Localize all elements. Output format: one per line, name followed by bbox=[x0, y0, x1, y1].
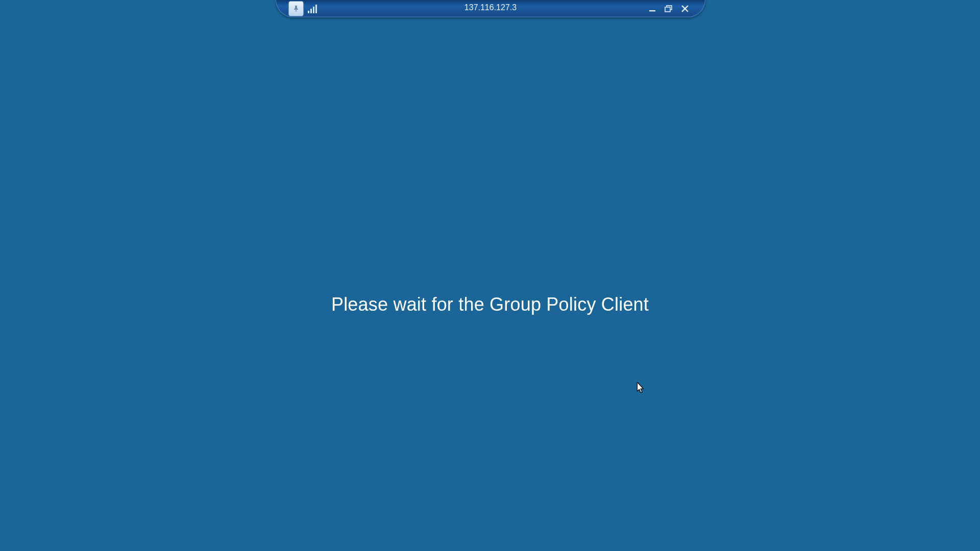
rdp-connection-bar: 137.116.127.3 bbox=[276, 0, 704, 19]
close-icon bbox=[681, 5, 689, 12]
restore-button[interactable] bbox=[664, 4, 673, 13]
pin-button[interactable] bbox=[288, 1, 304, 16]
restore-icon bbox=[665, 5, 673, 12]
rdp-bar-left-group bbox=[276, 1, 317, 16]
rdp-connection-bar-inner: 137.116.127.3 bbox=[276, 0, 705, 17]
pin-icon bbox=[292, 5, 300, 12]
minimize-icon bbox=[649, 5, 656, 12]
close-button[interactable] bbox=[680, 4, 690, 13]
signal-strength-icon[interactable] bbox=[308, 4, 317, 13]
svg-rect-0 bbox=[649, 10, 655, 11]
mouse-cursor bbox=[636, 382, 646, 394]
remote-desktop-screen: 137.116.127.3 bbox=[0, 0, 980, 551]
rdp-bar-right-group bbox=[648, 4, 705, 13]
svg-rect-2 bbox=[665, 7, 670, 12]
status-message: Please wait for the Group Policy Client bbox=[331, 294, 649, 315]
minimize-button[interactable] bbox=[648, 4, 657, 13]
rdp-host-label: 137.116.127.3 bbox=[276, 3, 705, 12]
